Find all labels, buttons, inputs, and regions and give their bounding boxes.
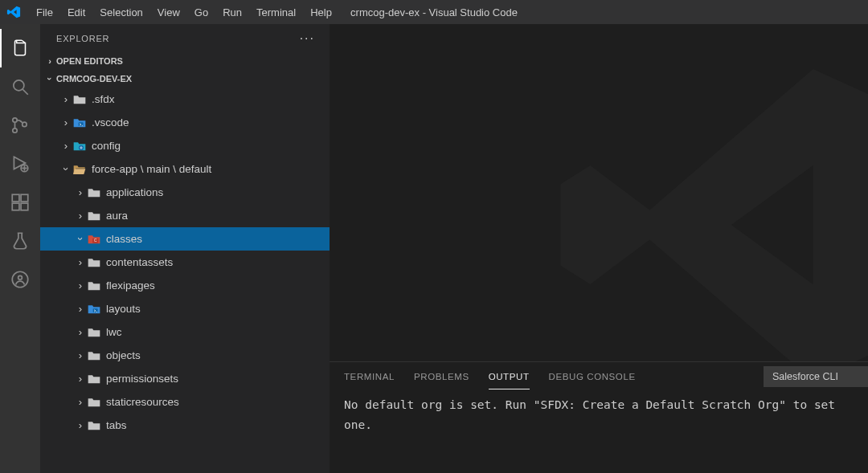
menu-item-go[interactable]: Go — [187, 6, 215, 18]
folder-icon — [87, 350, 101, 361]
section-project[interactable]: › CRMCOG-DEV-EX — [40, 70, 330, 88]
activity-testing[interactable] — [0, 222, 40, 260]
tree-item-label: classes — [106, 233, 142, 245]
tree-item-contentassets[interactable]: ›contentassets — [40, 251, 330, 274]
tree-item-staticresources[interactable]: ›staticresources — [40, 390, 330, 414]
tree-item--vscode[interactable]: ›.vscode — [40, 111, 330, 134]
tree-item-label: aura — [106, 210, 128, 222]
section-open-editors[interactable]: › OPEN EDITORS — [40, 52, 330, 70]
activity-bar — [0, 24, 40, 473]
folder-icon — [72, 141, 87, 152]
menu-item-terminal[interactable]: Terminal — [249, 6, 303, 18]
tree-item-label: .sfdx — [92, 93, 115, 105]
panel-tab-terminal[interactable]: TERMINAL — [344, 369, 395, 385]
folder-icon — [72, 117, 87, 128]
title-bar: FileEditSelectionViewGoRunTerminalHelp c… — [0, 0, 868, 24]
chevron-right-icon: › — [74, 419, 87, 431]
chevron-down-icon: › — [75, 233, 87, 246]
activity-accounts[interactable] — [0, 260, 40, 299]
chevron-right-icon: › — [74, 326, 87, 338]
panel-tab-debug-console[interactable]: DEBUG CONSOLE — [549, 369, 636, 385]
menu-item-run[interactable]: Run — [215, 6, 249, 18]
activity-search[interactable] — [0, 67, 40, 106]
folder-icon — [87, 280, 101, 292]
panel-tab-output[interactable]: OUTPUT — [489, 369, 530, 385]
folder-icon — [87, 327, 101, 338]
tree-item-label: lwc — [106, 326, 122, 338]
svg-point-3 — [13, 128, 17, 133]
activity-source-control[interactable] — [0, 106, 40, 145]
svg-point-13 — [18, 275, 23, 279]
activity-run-debug[interactable] — [0, 145, 40, 183]
chevron-right-icon: › — [74, 303, 87, 315]
tree-item-label: objects — [106, 349, 141, 361]
folder-icon — [72, 164, 87, 175]
folder-icon — [87, 373, 101, 385]
tree-item-lwc[interactable]: ›lwc — [40, 320, 330, 344]
chevron-right-icon: › — [74, 210, 87, 222]
tree-item-permissionsets[interactable]: ›permissionsets — [40, 367, 330, 390]
menu-item-selection[interactable]: Selection — [92, 6, 149, 18]
tree-item-label: .vscode — [92, 116, 129, 128]
chevron-right-icon: › — [74, 279, 87, 292]
chevron-right-icon: › — [59, 140, 72, 152]
tree-item-layouts[interactable]: ›layouts — [40, 297, 330, 320]
tree-item-force-app-main-default[interactable]: ›force-app \ main \ default — [40, 157, 330, 181]
output-content[interactable]: No default org is set. Run "SFDX: Create… — [330, 390, 868, 473]
svg-point-0 — [14, 80, 24, 91]
svg-rect-8 — [12, 194, 19, 202]
svg-rect-9 — [12, 203, 19, 210]
folder-icon: C — [87, 234, 101, 245]
chevron-right-icon: › — [43, 56, 56, 66]
tree-item-classes[interactable]: ›Cclasses — [40, 227, 330, 251]
tree-item-label: permissionsets — [106, 373, 178, 385]
tree-item-objects[interactable]: ›objects — [40, 344, 330, 367]
tree-item-label: tabs — [106, 419, 127, 431]
folder-icon — [87, 187, 101, 198]
tree-item-label: staticresources — [106, 396, 179, 408]
tree-item-flexipages[interactable]: ›flexipages — [40, 274, 330, 297]
window-title: crmcog-dev-ex - Visual Studio Code — [350, 6, 518, 18]
panel-tab-problems[interactable]: PROBLEMS — [414, 369, 469, 385]
menu-item-view[interactable]: View — [150, 6, 187, 18]
bottom-panel: TERMINALPROBLEMSOUTPUTDEBUG CONSOLESales… — [330, 361, 868, 473]
tree-item--sfdx[interactable]: ›.sfdx — [40, 88, 330, 111]
tree-item-tabs[interactable]: ›tabs — [40, 414, 330, 437]
tree-item-label: flexipages — [106, 279, 155, 292]
folder-icon — [87, 210, 101, 222]
tree-item-label: force-app \ main \ default — [92, 163, 211, 175]
tree-item-applications[interactable]: ›applications — [40, 181, 330, 204]
chevron-right-icon: › — [59, 116, 72, 128]
folder-icon — [87, 397, 101, 408]
file-tree: ›.sfdx›.vscode›config›force-app \ main \… — [40, 88, 330, 473]
folder-icon — [87, 304, 101, 315]
vscode-watermark-icon — [546, 39, 868, 361]
tree-item-config[interactable]: ›config — [40, 134, 330, 157]
sidebar-explorer: EXPLORER ··· › OPEN EDITORS › CRMCOG-DEV… — [40, 24, 330, 473]
activity-extensions[interactable] — [0, 183, 40, 222]
editor-area-empty — [330, 24, 868, 361]
tree-item-label: config — [92, 140, 121, 152]
svg-point-4 — [23, 122, 27, 126]
chevron-right-icon: › — [74, 186, 87, 198]
chevron-right-icon: › — [74, 396, 87, 408]
chevron-right-icon: › — [59, 93, 72, 105]
sidebar-more-icon[interactable]: ··· — [300, 31, 315, 46]
svg-line-1 — [23, 89, 28, 95]
sidebar-title: EXPLORER — [56, 34, 109, 43]
tree-item-aura[interactable]: ›aura — [40, 204, 330, 227]
menu-item-help[interactable]: Help — [303, 6, 339, 18]
chevron-down-icon: › — [60, 163, 72, 176]
chevron-down-icon: › — [45, 72, 55, 85]
tree-item-label: applications — [106, 186, 163, 198]
folder-icon — [87, 420, 101, 431]
chevron-right-icon: › — [74, 349, 87, 361]
folder-icon — [72, 94, 87, 105]
activity-explorer[interactable] — [0, 29, 40, 67]
menu-item-edit[interactable]: Edit — [60, 6, 92, 18]
svg-rect-11 — [21, 194, 28, 202]
tree-item-label: layouts — [106, 303, 141, 315]
vscode-logo-icon — [6, 5, 21, 19]
menu-item-file[interactable]: File — [29, 6, 60, 18]
output-channel-select[interactable]: Salesforce CLI — [764, 366, 868, 387]
